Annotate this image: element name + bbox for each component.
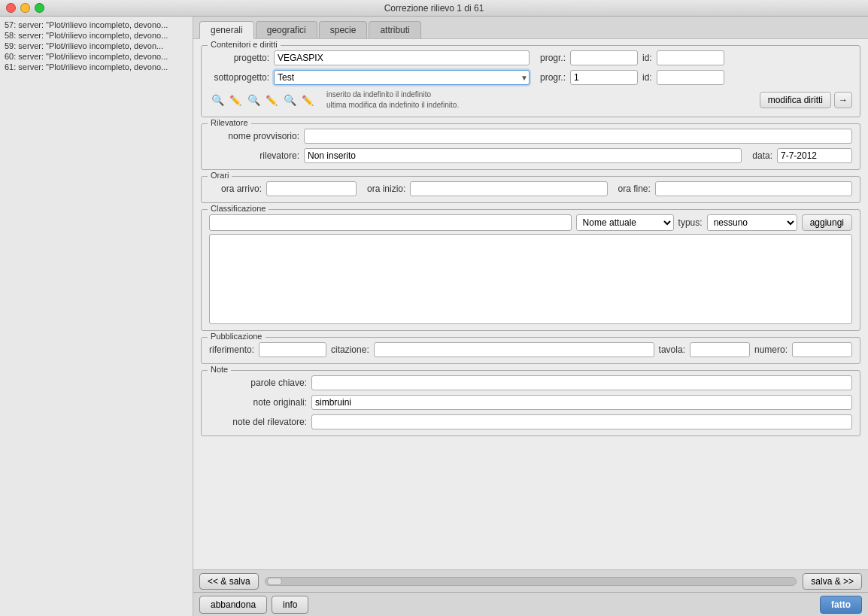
tab-bar: generali geografici specie attributi [193, 17, 868, 39]
bottom-left: abbandona info [199, 596, 308, 614]
fatto-button[interactable]: fatto [820, 596, 862, 614]
orari-section: Orari ora arrivo: ora inizio: ora fine: [201, 176, 860, 203]
note-rilevatore-label: note del rilevatore: [209, 417, 307, 427]
modifica-diritti-button[interactable]: modifica diritti [760, 92, 831, 108]
riferimento-input[interactable] [259, 342, 326, 357]
contenitori-title: Contenitori e diritti [208, 40, 281, 49]
progr-input1[interactable] [570, 50, 638, 65]
classificazione-title: Classificazione [208, 204, 269, 213]
citazione-input[interactable] [374, 342, 654, 357]
yellow-search-icon[interactable]: 🔍 [281, 92, 298, 108]
main-area: 57: server: "Plot/rilievo incompleto, de… [0, 17, 868, 616]
green-search-icon[interactable]: 🔍 [209, 92, 226, 108]
list-item[interactable]: 60: server: "Plot/rilievo incompleto, de… [0, 51, 193, 62]
green-pen2-icon[interactable]: ✏️ [263, 92, 280, 108]
numero-label: numero: [754, 344, 788, 355]
arrow-button[interactable]: → [834, 92, 852, 108]
note-originali-row: note originali: [209, 395, 852, 410]
pubblicazione-section: Pubblicazione riferimento: citazione: ta… [201, 337, 860, 364]
classification-text-input[interactable] [209, 214, 572, 231]
tab-geografici[interactable]: geografici [256, 21, 317, 38]
yellow-pen-icon[interactable]: ✏️ [299, 92, 316, 108]
progr-label1: progr.: [540, 53, 566, 63]
green-search2-icon[interactable]: 🔍 [245, 92, 262, 108]
note-originali-input[interactable] [311, 395, 852, 410]
aggiungi-button[interactable]: aggiungi [802, 214, 852, 231]
next-save-button[interactable]: salva & >> [803, 573, 862, 590]
nome-attuale-select[interactable]: Nome attuale [576, 214, 674, 231]
typus-select[interactable]: nessuno [707, 214, 797, 231]
sottoprogetto-dropdown-icon[interactable]: ▼ [520, 74, 528, 82]
titlebar-buttons [6, 3, 44, 13]
pubblicazione-title: Pubblicazione [208, 332, 266, 341]
tab-attributi[interactable]: attributi [369, 21, 420, 38]
ora-fine-label: ora fine: [618, 184, 651, 194]
progetto-label: progetto: [209, 53, 269, 63]
note-rilevatore-input[interactable] [311, 414, 852, 429]
icon-buttons: 🔍 ✏️ 🔍 ✏️ 🔍 ✏️ [209, 92, 316, 108]
info-button[interactable]: info [272, 596, 308, 614]
ora-inizio-label: ora inizio: [367, 184, 405, 194]
modifica-area: modifica diritti → [760, 92, 852, 108]
numero-input[interactable] [792, 342, 852, 357]
id-label1: id: [642, 53, 652, 63]
parole-chiave-input[interactable] [311, 375, 852, 390]
citazione-label: citazione: [331, 344, 369, 355]
note-title: Note [208, 365, 231, 374]
data-input[interactable] [777, 148, 852, 163]
ora-arrivo-label: ora arrivo: [209, 184, 262, 194]
note-originali-label: note originali: [209, 397, 307, 408]
sottoprogetto-label: sottoprogetto: [209, 72, 269, 83]
classification-textarea[interactable] [209, 234, 852, 324]
navigation-row: << & salva salva & >> [193, 569, 868, 592]
classificazione-section: Classificazione Nome attuale typus: ness… [201, 209, 860, 331]
list-item[interactable]: 59: server: "Plot/rilievo incompleto, de… [0, 41, 193, 51]
pubblicazione-row: riferimento: citazione: tavola: numero: [209, 342, 852, 357]
tab-generali[interactable]: generali [199, 21, 254, 39]
info-text: inserito da indefinito il indefinito ult… [326, 90, 459, 111]
prev-save-button[interactable]: << & salva [199, 573, 259, 590]
rilevatore-title: Rilevatore [208, 118, 251, 127]
progr-input2[interactable] [570, 70, 638, 85]
sidebar: 57: server: "Plot/rilievo incompleto, de… [0, 17, 193, 616]
contenitori-section: Contenitori e diritti progetto: progr.: … [201, 45, 860, 117]
close-button[interactable] [6, 3, 16, 13]
ora-fine-input[interactable] [655, 181, 852, 196]
bottom-right: fatto [820, 596, 862, 614]
sottoprogetto-row: sottoprogetto: ▼ progr.: id: [209, 70, 852, 85]
id-input1[interactable] [657, 50, 724, 65]
nome-provvisorio-input[interactable] [304, 129, 852, 144]
progetto-input[interactable] [274, 50, 530, 65]
list-item[interactable]: 61: server: "Plot/rilievo incompleto, de… [0, 62, 193, 72]
progetto-row: progetto: progr.: id: [209, 50, 852, 65]
form-area: Contenitori e diritti progetto: progr.: … [193, 39, 868, 569]
orari-row: ora arrivo: ora inizio: ora fine: [209, 181, 852, 196]
ora-inizio-input[interactable] [410, 181, 607, 196]
content-area: generali geografici specie attributi Con… [193, 17, 868, 616]
maximize-button[interactable] [35, 3, 44, 13]
inserito-text: inserito da indefinito il indefinito [326, 90, 459, 100]
classification-row1: Nome attuale typus: nessuno aggiungi [209, 214, 852, 231]
id-input2[interactable] [657, 70, 724, 85]
tab-specie[interactable]: specie [319, 21, 368, 38]
nome-provvisorio-label: nome provvisorio: [209, 131, 299, 141]
data-label: data: [752, 150, 772, 161]
riferimento-label: riferimento: [209, 344, 254, 355]
icons-row: 🔍 ✏️ 🔍 ✏️ 🔍 ✏️ inserito da indefinito il… [209, 90, 852, 111]
id-label2: id: [642, 72, 652, 83]
ultima-modifica-text: ultima modifica da indefinito il indefin… [326, 100, 459, 111]
ora-arrivo-input[interactable] [266, 181, 357, 196]
green-pen-icon[interactable]: ✏️ [227, 92, 244, 108]
abbandona-button[interactable]: abbandona [199, 596, 267, 614]
tavola-input[interactable] [690, 342, 750, 357]
minimize-button[interactable] [20, 3, 30, 13]
tavola-label: tavola: [659, 344, 685, 355]
classification-inner: Nome attuale typus: nessuno aggiungi [209, 214, 852, 324]
list-item[interactable]: 58: server: "Plot/rilievo incompleto, de… [0, 30, 193, 41]
note-rilevatore-row: note del rilevatore: [209, 414, 852, 429]
window-title: Correzione rilievo 1 di 61 [384, 3, 484, 14]
sottoprogetto-input[interactable] [274, 70, 530, 85]
rilevatore-input[interactable] [304, 148, 742, 163]
list-item[interactable]: 57: server: "Plot/rilievo incompleto, de… [0, 20, 193, 30]
orari-title: Orari [208, 171, 232, 180]
